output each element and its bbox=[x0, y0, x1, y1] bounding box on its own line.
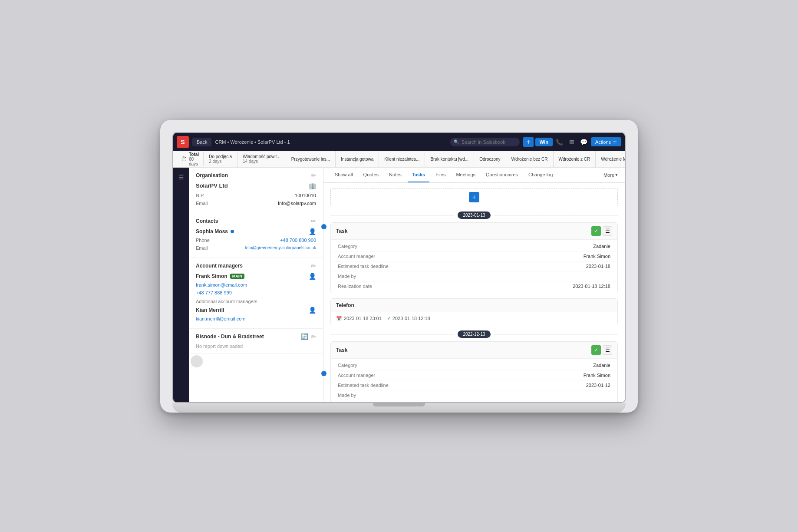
manager-phone[interactable]: +48 777 888 999 bbox=[196, 290, 232, 295]
hamburger-icon[interactable]: ☰ bbox=[175, 171, 187, 183]
phone-icon[interactable]: 📞 bbox=[554, 137, 565, 147]
chat-icon[interactable]: 💬 bbox=[579, 137, 589, 147]
building-icon: 🏢 bbox=[309, 182, 316, 189]
account-managers-header: Account managers ✏ bbox=[196, 262, 316, 269]
tabs: Show all Quotes Notes Tasks Files Meetin… bbox=[323, 168, 625, 183]
bisnode-status: No report downloaded bbox=[196, 344, 316, 349]
task-body-2: Category Zadanie Account manager Frank S… bbox=[331, 359, 617, 402]
check-icon: ✓ bbox=[387, 316, 391, 321]
bisnode-section: Bisnode - Dun & Bradstreet 🔄 ✏ No report… bbox=[189, 329, 323, 354]
contacts-section: Contacts ✏ Sophia Moss 👤 bbox=[189, 213, 323, 258]
task-field-category-2: Category Zadanie bbox=[331, 360, 617, 370]
telefon-card: Telefon 📅 2023-01-18 23:01 ✓ 2023-01-18 … bbox=[330, 298, 618, 325]
manager-email[interactable]: frank.simon@email.com bbox=[196, 282, 247, 287]
stage-item-1[interactable]: Wiadomość powit... 14 days bbox=[237, 151, 286, 167]
contacts-edit-icon[interactable]: ✏ bbox=[311, 218, 316, 225]
add-task-row[interactable]: + bbox=[330, 188, 618, 206]
date-badge-1: 2023-01-13 bbox=[458, 211, 490, 219]
add-task-button[interactable]: + bbox=[469, 192, 479, 202]
email-icon[interactable]: ✉ bbox=[567, 137, 577, 147]
contact-badge bbox=[231, 230, 234, 233]
task-body-1: Category Zadanie Account manager Frank S… bbox=[331, 240, 617, 293]
content-area: + 2023-01-13 Task bbox=[323, 183, 625, 402]
stage-item-5[interactable]: Brak kontaktu [wd... bbox=[425, 151, 474, 167]
task-field-manager-2: Account manager Frank Simon bbox=[331, 370, 617, 380]
tab-files[interactable]: Files bbox=[431, 168, 450, 182]
account-managers-title: Account managers bbox=[196, 263, 243, 269]
bisnode-title: Bisnode - Dun & Bradstreet bbox=[196, 334, 264, 340]
task-field-realization-1: Realization date 2023-01-18 12:18 bbox=[331, 281, 617, 291]
add-button[interactable]: + bbox=[523, 137, 534, 147]
manager-person-icon: 👤 bbox=[309, 273, 316, 280]
stage-item-7[interactable]: Wdrożenie bez CR bbox=[506, 151, 554, 167]
task-field-manager-1: Account manager Frank Simon bbox=[331, 251, 617, 261]
contact-name: Sophia Moss 👤 bbox=[196, 228, 316, 235]
tab-questionnaires[interactable]: Questionnaires bbox=[481, 168, 522, 182]
account-managers-edit-icon[interactable]: ✏ bbox=[311, 262, 316, 269]
task-actions-2: ✓ ☰ bbox=[591, 345, 612, 355]
task-field-category-1: Category Zadanie bbox=[331, 241, 617, 251]
tab-more[interactable]: More ▾ bbox=[603, 172, 618, 178]
tab-change-log[interactable]: Change log bbox=[524, 168, 557, 182]
task-check-button-1[interactable]: ✓ bbox=[591, 226, 601, 236]
manager-email-field: frank.simon@email.com bbox=[196, 282, 316, 287]
stage-item-6[interactable]: Odroczony bbox=[474, 151, 506, 167]
task-check-button-2[interactable]: ✓ bbox=[591, 345, 601, 355]
bisnode-header: Bisnode - Dun & Bradstreet 🔄 ✏ bbox=[196, 333, 316, 340]
nip-field: NIP 10010010 bbox=[196, 193, 316, 198]
stage-item-4[interactable]: Klient niezaintes... bbox=[379, 151, 425, 167]
calendar-icon: 📅 bbox=[336, 316, 342, 321]
back-button[interactable]: Back bbox=[192, 138, 211, 146]
contacts-title: Contacts bbox=[196, 218, 218, 224]
task-title-2: Task bbox=[336, 347, 347, 353]
task-menu-button-2[interactable]: ☰ bbox=[603, 345, 612, 355]
search-input[interactable] bbox=[450, 138, 520, 146]
stage-item-0[interactable]: Do podjęcia 2 days bbox=[204, 151, 237, 167]
search-wrapper: 🔍 bbox=[450, 138, 520, 146]
additional-manager-email[interactable]: kian.merrill@email.com bbox=[196, 316, 245, 321]
stage-item-3[interactable]: Instancja gotowa bbox=[336, 151, 379, 167]
date-line-right bbox=[494, 215, 618, 215]
left-panel: Organisation ✏ SolarPV Ltd 🏢 NIP 1001001… bbox=[189, 168, 323, 402]
organisation-header: Organisation ✏ bbox=[196, 172, 316, 179]
tab-notes[interactable]: Notes bbox=[385, 168, 406, 182]
tab-quotes[interactable]: Quotes bbox=[359, 168, 383, 182]
contacts-header: Contacts ✏ bbox=[196, 218, 316, 225]
clock-icon: ⏱ bbox=[181, 155, 187, 162]
contact-email-field: Email Info@greenenergy-solarpanels.co.uk bbox=[196, 245, 316, 251]
tab-meetings[interactable]: Meetings bbox=[452, 168, 480, 182]
task-field-deadline-2: Estimated task deadline 2023-01-12 bbox=[331, 380, 617, 390]
stage-total: ⏱ Total 60 days bbox=[177, 152, 204, 166]
telefon-date-start: 📅 2023-01-18 23:01 bbox=[336, 316, 382, 321]
task-field-deadline-1: Estimated task deadline 2023-01-18 bbox=[331, 261, 617, 271]
bisnode-edit-icon[interactable]: ✏ bbox=[311, 333, 316, 340]
tab-tasks[interactable]: Tasks bbox=[408, 168, 429, 182]
telefon-header: Telefon bbox=[331, 299, 617, 312]
chevron-down-icon: ▾ bbox=[615, 172, 618, 178]
refresh-icon[interactable]: 🔄 bbox=[301, 333, 308, 340]
organisation-edit-icon[interactable]: ✏ bbox=[311, 172, 316, 179]
actions-button[interactable]: Actions ☰ bbox=[591, 137, 621, 146]
contact-email-value[interactable]: Info@greenenergy-solarpanels.co.uk bbox=[245, 245, 316, 250]
date-separator-2: 2022-12-13 bbox=[330, 330, 618, 338]
breadcrumb: CRM • Wdrożenie • SolarPV Ltd - 1 bbox=[215, 139, 290, 145]
stage-item-9[interactable]: Wdrożenie MŚR bbox=[596, 151, 625, 167]
email-field: Email Info@solarpv.com bbox=[196, 201, 316, 206]
task-menu-button-1[interactable]: ☰ bbox=[603, 226, 612, 236]
manager-name-row: Frank Simon MAIN 👤 bbox=[196, 273, 316, 280]
stage-item-2[interactable]: Przygotowanie ins... bbox=[286, 151, 336, 167]
app-logo: S bbox=[177, 136, 189, 148]
date-line-left-2 bbox=[330, 334, 454, 334]
tab-show-all[interactable]: Show all bbox=[330, 168, 357, 182]
telefon-body: 📅 2023-01-18 23:01 ✓ 2023-01-18 12:18 bbox=[331, 312, 617, 325]
task-field-madeby-2: Made by bbox=[331, 390, 617, 400]
additional-manager-name: Kian Merrill 👤 bbox=[196, 307, 316, 314]
contact-phone-value[interactable]: +48 700 800 900 bbox=[280, 238, 316, 243]
laptop-base bbox=[172, 403, 626, 413]
date-badge-2: 2022-12-13 bbox=[458, 330, 490, 338]
win-button[interactable]: Win bbox=[535, 138, 553, 146]
organisation-title: Organisation bbox=[196, 172, 228, 178]
stage-item-8[interactable]: Wdrożenie z CR bbox=[554, 151, 596, 167]
account-managers-section: Account managers ✏ Frank Simon MAIN 👤 bbox=[189, 258, 323, 329]
task-card-2: Task ✓ ☰ Category Zadanie bbox=[330, 341, 618, 402]
